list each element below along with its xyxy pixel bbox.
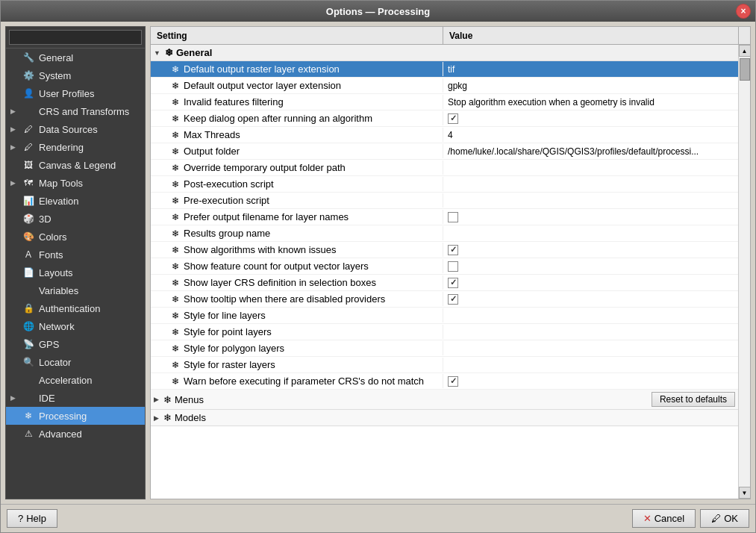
sidebar-item-authentication[interactable]: 🔒Authentication [6, 299, 145, 317]
sidebar-icon-gps: 📡 [22, 338, 34, 350]
scroll-up-button[interactable]: ▲ [739, 45, 751, 57]
menus-arrow-icon: ▶ [154, 396, 159, 403]
sidebar-arrow-icon: ▶ [10, 179, 18, 187]
table-row[interactable]: ❄ Results group name [151, 225, 738, 242]
sidebar-item-network[interactable]: 🌐Network [6, 317, 145, 335]
row-label-post-exec: Post-execution script [184, 178, 274, 190]
checkbox-show-feature-count[interactable] [448, 261, 458, 272]
cell-value-warn-crs[interactable] [443, 375, 738, 388]
cell-value-keep-dialog[interactable] [443, 112, 738, 125]
menus-snowflake-icon: ❄ [163, 394, 172, 405]
cell-value-style-point [443, 331, 738, 334]
table-row[interactable]: ❄ Style for raster layers [151, 357, 738, 373]
cell-setting-style-raster: ❄ Style for raster layers [151, 358, 443, 372]
sidebar-icon-ide [22, 392, 34, 404]
checkbox-keep-dialog[interactable] [448, 113, 458, 124]
sidebar-item-colors[interactable]: 🎨Colors [6, 228, 145, 246]
ok-icon: 🖊 [711, 513, 721, 524]
cancel-button[interactable]: ✕ Cancel [632, 509, 696, 528]
scroll-down-button[interactable]: ▼ [739, 487, 751, 499]
row-snowflake-icon: ❄ [172, 64, 179, 75]
table-row[interactable]: ❄ Show layer CRS definition in selection… [151, 275, 738, 291]
cell-setting-show-tooltip: ❄ Show tooltip when there are disabled p… [151, 292, 443, 306]
sidebar-item-advanced[interactable]: ⚠Advanced [6, 425, 145, 443]
search-input[interactable] [9, 30, 142, 45]
cell-setting-pre-exec: ❄ Pre-execution script [151, 193, 443, 208]
table-row[interactable]: ❄ Show tooltip when there are disabled p… [151, 291, 738, 308]
sidebar-item-variables[interactable]: Variables [6, 281, 145, 299]
table-row[interactable]: ❄ Warn before executing if parameter CRS… [151, 373, 738, 390]
sidebar-label-data-sources: Data Sources [39, 124, 140, 135]
table-row[interactable]: ❄ Default output raster layer extension … [151, 61, 738, 78]
ok-button[interactable]: 🖊 OK [700, 509, 749, 528]
row-snowflake-icon: ❄ [172, 81, 179, 91]
sidebar-item-3d[interactable]: 🎲3D [6, 210, 145, 228]
table-row[interactable]: ❄ Keep dialog open after running an algo… [151, 110, 738, 127]
checkbox-prefer-filename[interactable] [448, 212, 458, 222]
sidebar-item-fonts[interactable]: AFonts [6, 246, 145, 264]
close-button[interactable]: × [736, 4, 751, 19]
cell-value-show-tooltip[interactable] [443, 293, 738, 306]
cell-value-show-algorithms[interactable] [443, 243, 738, 257]
row-label-override-temp: Override temporary output folder path [184, 162, 346, 173]
sidebar-item-elevation[interactable]: 📊Elevation [6, 192, 145, 210]
table-row[interactable]: ❄ Invalid features filtering Stop algori… [151, 94, 738, 110]
table-row[interactable]: ❄ Style for line layers [151, 308, 738, 324]
table-row[interactable]: ❄ Max Threads 4 [151, 127, 738, 143]
sidebar-item-crs-transforms[interactable]: ▶CRS and Transforms [6, 102, 145, 120]
table-row[interactable]: ❄ Post-execution script [151, 176, 738, 193]
cell-value-default-raster: tif [443, 63, 738, 76]
sidebar-item-acceleration[interactable]: Acceleration [6, 371, 145, 389]
table-row[interactable]: ❄ Output folder /home/luke/.local/share/… [151, 143, 738, 160]
general-section-header[interactable]: ▼ ❄ General [151, 45, 738, 61]
cell-value-show-feature-count[interactable] [443, 260, 738, 273]
scrollbar-thumb[interactable] [740, 58, 750, 81]
row-label-style-line: Style for line layers [184, 310, 266, 321]
checkbox-show-algorithms[interactable] [448, 245, 458, 255]
scrollbar[interactable]: ▲ ▼ [738, 45, 750, 499]
sidebar-item-data-sources[interactable]: ▶🖊Data Sources [6, 120, 145, 138]
sidebar-item-system[interactable]: ⚙️System [6, 66, 145, 84]
table-row[interactable]: ❄ Style for point layers [151, 324, 738, 340]
sidebar-icon-3d: 🎲 [22, 213, 34, 225]
table-row[interactable]: ❄ Prefer output filename for layer names [151, 209, 738, 225]
sidebar-item-ide[interactable]: ▶IDE [6, 389, 145, 407]
sidebar-item-layouts[interactable]: 📄Layouts [6, 264, 145, 281]
cell-value-style-polygon [443, 347, 738, 350]
sidebar-item-rendering[interactable]: ▶🖊Rendering [6, 138, 145, 156]
sidebar-item-locator[interactable]: 🔍Locator [6, 353, 145, 371]
table-row[interactable]: ❄ Default output vector layer extension … [151, 78, 738, 94]
sidebar-item-canvas-legend[interactable]: 🖼Canvas & Legend [6, 156, 145, 174]
cell-setting-output-folder: ❄ Output folder [151, 144, 443, 158]
menus-section-header[interactable]: ▶ ❄ Menus Reset to defaults [151, 390, 738, 410]
table-row[interactable]: ❄ Override temporary output folder path [151, 160, 738, 176]
cell-value-show-layer-crs[interactable] [443, 276, 738, 290]
table-row[interactable]: ❄ Style for polygon layers [151, 340, 738, 357]
row-label-style-raster: Style for raster layers [184, 359, 275, 370]
sidebar-item-processing[interactable]: ❄Processing [6, 407, 145, 425]
table-row[interactable]: ❄ Pre-execution script [151, 193, 738, 209]
cell-value-prefer-filename[interactable] [443, 211, 738, 224]
table-row[interactable]: ❄ Show algorithms with known issues [151, 242, 738, 258]
sidebar-item-gps[interactable]: 📡GPS [6, 335, 145, 353]
row-snowflake-icon: ❄ [172, 376, 179, 387]
window-title: Options — Processing [326, 6, 430, 17]
sidebar-item-general[interactable]: 🔧General [6, 49, 145, 66]
checkbox-warn-crs[interactable] [448, 376, 458, 387]
help-button[interactable]: ? Help [7, 509, 57, 528]
sidebar-arrow-icon: ▶ [10, 394, 18, 402]
table-row[interactable]: ❄ Show feature count for output vector l… [151, 258, 738, 275]
models-section-header[interactable]: ▶ ❄ Models [151, 410, 738, 426]
scrollbar-placeholder [738, 27, 750, 44]
reset-defaults-button[interactable]: Reset to defaults [652, 392, 735, 407]
row-snowflake-icon: ❄ [172, 196, 179, 206]
models-arrow-icon: ▶ [154, 414, 159, 422]
sidebar-label-colors: Colors [39, 231, 140, 243]
sidebar-icon-advanced: ⚠ [22, 428, 34, 440]
sidebar-label-user-profiles: User Profiles [39, 88, 140, 99]
sidebar-item-map-tools[interactable]: ▶🗺Map Tools [6, 174, 145, 192]
checkbox-show-layer-crs[interactable] [448, 278, 458, 288]
checkbox-show-tooltip[interactable] [448, 294, 458, 305]
general-section-label: General [176, 47, 212, 58]
sidebar-item-user-profiles[interactable]: 👤User Profiles [6, 84, 145, 102]
